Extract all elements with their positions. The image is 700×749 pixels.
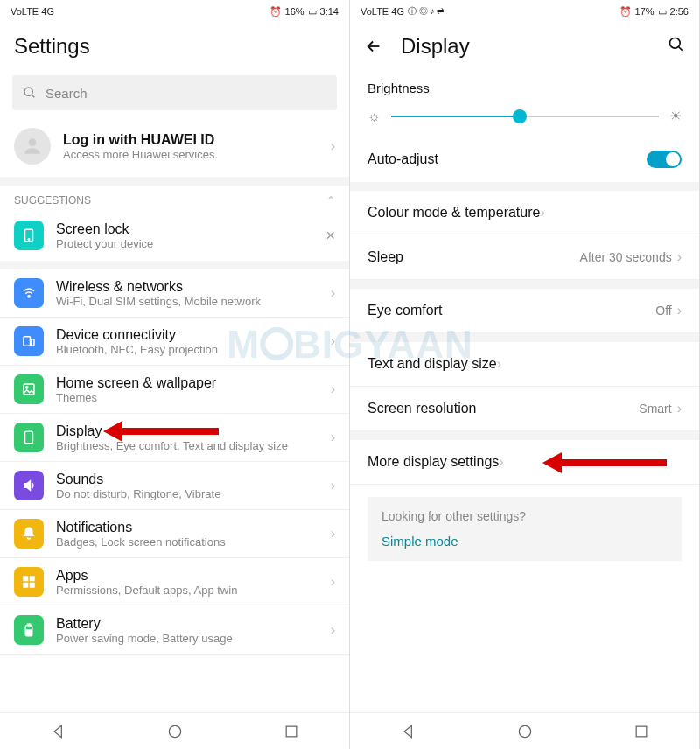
login-row[interactable]: Log in with HUAWEI ID Access more Huawei… <box>0 119 349 177</box>
row-value: Smart <box>639 402 671 416</box>
svg-point-2 <box>29 138 37 146</box>
slider-track[interactable] <box>391 116 659 117</box>
row-value: Off <box>655 304 671 318</box>
svg-rect-7 <box>31 340 34 346</box>
svg-point-0 <box>24 88 32 95</box>
avatar <box>14 128 51 164</box>
svg-rect-8 <box>24 384 34 395</box>
display-row[interactable]: Sleep After 30 seconds › <box>350 235 699 280</box>
bell-icon <box>14 519 44 549</box>
row-sub: Do not disturb, Ringtone, Vibrate <box>56 487 324 500</box>
divider <box>350 431 699 440</box>
sun-low-icon: ☼ <box>368 108 381 124</box>
settings-row-devices[interactable]: Device connectivity Bluetooth, NFC, Easy… <box>0 318 349 366</box>
svg-point-20 <box>670 38 681 49</box>
image-icon <box>14 374 44 404</box>
svg-rect-11 <box>24 577 28 581</box>
chevron-right-icon: › <box>331 285 335 301</box>
auto-adjust-row[interactable]: Auto-adjust <box>350 136 699 182</box>
display-row[interactable]: Screen resolution Smart › <box>350 387 699 431</box>
settings-row-display[interactable]: Display Brightness, Eye comfort, Text an… <box>0 414 349 462</box>
right-phone: VoLTE 4G ⓘ ◎ ♪ ⇄ ⏰ 17% ▭ 2:56 Display Br… <box>350 0 700 749</box>
row-title: Home screen & wallpaper <box>56 375 324 391</box>
suggestion-title: Screen lock <box>56 221 153 237</box>
nav-back-icon[interactable] <box>400 723 417 740</box>
settings-row-sound[interactable]: Sounds Do not disturb, Ringtone, Vibrate… <box>0 462 349 510</box>
svg-point-22 <box>519 725 530 737</box>
display-row[interactable]: More display settings › <box>350 440 699 485</box>
suggestions-label: SUGGESTIONS <box>14 194 91 206</box>
screen-lock-icon <box>14 220 44 250</box>
svg-rect-17 <box>27 630 32 634</box>
left-phone: VoLTE 4G ⏰ 16% ▭ 3:14 Settings Search Lo… <box>0 0 350 749</box>
row-title: Sounds <box>56 472 324 487</box>
battery-icon: ▭ <box>308 6 317 18</box>
network-indicator: VoLTE 4G <box>360 6 404 17</box>
row-title: Battery <box>56 616 324 632</box>
svg-line-21 <box>679 47 682 51</box>
row-sub: Permissions, Default apps, App twin <box>56 584 324 597</box>
chevron-right-icon: › <box>540 205 544 220</box>
chevron-right-icon: › <box>331 622 335 638</box>
auto-adjust-label: Auto-adjust <box>368 151 438 167</box>
brightness-label: Brightness <box>350 70 699 102</box>
chevron-right-icon: › <box>331 574 335 590</box>
search-icon[interactable] <box>668 34 685 59</box>
search-icon <box>23 86 37 100</box>
row-label: Sleep <box>368 249 403 265</box>
chevron-right-icon: › <box>331 430 335 445</box>
settings-row-battery[interactable]: Battery Power saving mode, Battery usage… <box>0 606 349 654</box>
wifi-icon <box>14 278 44 308</box>
clock: 2:56 <box>670 6 689 17</box>
display-row[interactable]: Text and display size › <box>350 342 699 387</box>
svg-point-18 <box>169 725 180 737</box>
row-title: Wireless & networks <box>56 279 324 295</box>
login-sub: Access more Huawei services. <box>63 148 218 161</box>
settings-row-apps[interactable]: Apps Permissions, Default apps, App twin… <box>0 558 349 606</box>
nav-home-icon[interactable] <box>516 723 534 740</box>
display-row[interactable]: Colour mode & temperature › <box>350 191 699 235</box>
svg-line-1 <box>32 94 34 97</box>
devices-icon <box>14 326 44 356</box>
display-row[interactable]: Eye comfort Off › <box>350 289 699 333</box>
suggestion-row[interactable]: Screen lock Protect your device × <box>0 212 349 261</box>
settings-row-wifi[interactable]: Wireless & networks Wi-Fi, Dual SIM sett… <box>0 270 349 318</box>
row-sub: Wi-Fi, Dual SIM settings, Mobile network <box>56 295 324 308</box>
row-label: Colour mode & temperature <box>368 205 540 220</box>
back-button[interactable] <box>364 37 383 56</box>
chevron-right-icon: › <box>331 333 335 349</box>
auto-adjust-toggle[interactable] <box>647 150 682 168</box>
svg-rect-19 <box>286 726 297 737</box>
settings-row-image[interactable]: Home screen & wallpaper Themes › <box>0 366 349 414</box>
status-bar: VoLTE 4G ⓘ ◎ ♪ ⇄ ⏰ 17% ▭ 2:56 <box>350 0 699 23</box>
row-sub: Themes <box>56 391 324 404</box>
battery-icon: ▭ <box>658 6 667 18</box>
chevron-right-icon: › <box>497 356 501 372</box>
nav-home-icon[interactable] <box>166 723 184 740</box>
nav-recent-icon[interactable] <box>283 723 300 740</box>
alarm-icon: ⏰ <box>620 6 632 18</box>
brightness-slider[interactable]: ☼ ☀ <box>350 102 699 136</box>
battery-icon <box>14 615 44 645</box>
display-header: Display <box>350 23 699 70</box>
chevron-right-icon: › <box>677 249 682 265</box>
chevron-right-icon: › <box>331 478 335 494</box>
network-indicator: VoLTE 4G <box>10 6 54 17</box>
search-input[interactable]: Search <box>12 75 337 110</box>
row-sub: Power saving mode, Battery usage <box>56 632 324 645</box>
nav-recent-icon[interactable] <box>633 723 650 740</box>
row-label: Text and display size <box>368 356 497 372</box>
svg-rect-23 <box>636 726 647 737</box>
close-icon[interactable]: × <box>326 227 335 245</box>
simple-mode-link[interactable]: Simple mode <box>382 534 668 549</box>
status-bar: VoLTE 4G ⏰ 16% ▭ 3:14 <box>0 0 349 23</box>
page-title: Settings <box>0 23 349 70</box>
svg-point-9 <box>26 387 28 388</box>
suggestions-header[interactable]: SUGGESTIONS ⌃ <box>0 186 349 212</box>
settings-row-bell[interactable]: Notifications Badges, Lock screen notifi… <box>0 510 349 558</box>
hint-question: Looking for other settings? <box>382 509 668 523</box>
nav-back-icon[interactable] <box>50 723 67 740</box>
svg-point-5 <box>28 296 30 298</box>
row-value: After 30 seconds <box>580 250 672 264</box>
chevron-right-icon: › <box>331 526 335 542</box>
